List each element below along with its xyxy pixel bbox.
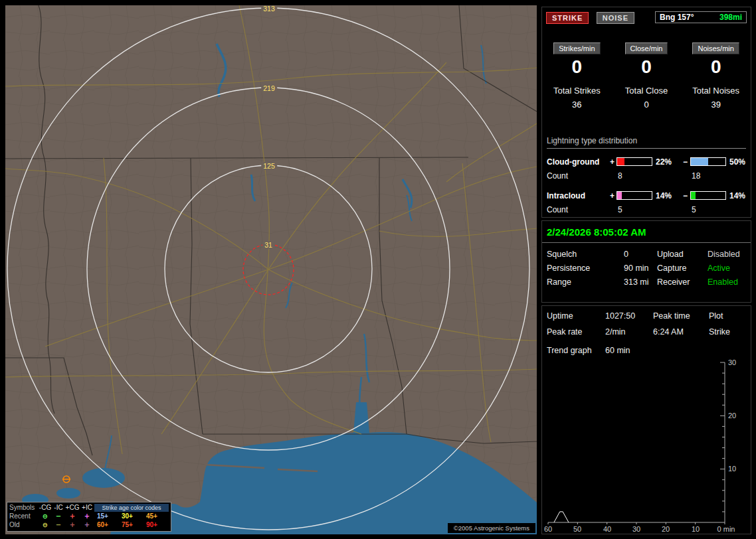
trend-graph-label: Trend graph — [547, 346, 605, 355]
upload-label: Upload — [657, 250, 708, 259]
bearing-range: 398mi — [719, 13, 742, 22]
recent-cg-neg-icon: ⊖ — [39, 512, 52, 520]
legend-symbols-header: Symbols — [9, 504, 39, 511]
bearing-display: Bng 157° 398mi — [655, 11, 747, 23]
legend-type-cg-neg: -CG — [39, 504, 52, 511]
lightning-distribution: Lightning type distribution Cloud-ground… — [547, 136, 746, 222]
total-strikes-label: Total Strikes — [542, 86, 612, 96]
x-tick-30: 30 — [632, 525, 640, 533]
persistence-label: Persistence — [547, 264, 624, 273]
uptime-value: 1027:50 — [605, 311, 653, 321]
ring-label-125: 125 — [261, 162, 277, 170]
legend-old-label: Old — [9, 521, 39, 528]
distribution-title: Lightning type distribution — [547, 136, 746, 149]
cg-minus-pct: 50% — [726, 157, 751, 167]
cg-plus-sign: + — [608, 157, 616, 167]
ic-minus-count: 5 — [690, 205, 726, 214]
total-noises-label: Total Noises — [681, 86, 751, 96]
y-tick-30: 30 — [728, 358, 736, 366]
legend-type-cg-pos: +CG — [65, 504, 80, 511]
map-canvas[interactable]: 313 219 125 31 Symbols -CG -IC +CG +IC S… — [5, 5, 537, 534]
peak-time-value: 6:24 AM — [653, 327, 709, 337]
x-tick-0: 0 min — [717, 525, 735, 533]
y-tick-10: 10 — [728, 465, 736, 473]
age-45: 45+ — [143, 512, 168, 520]
noises-per-min-button[interactable]: Noises/min — [692, 42, 739, 54]
plot-value: Strike — [709, 327, 746, 337]
total-strikes-value: 36 — [542, 100, 612, 110]
age-15: 15+ — [94, 512, 119, 520]
upload-value: Disabled — [708, 250, 746, 259]
noise-toggle-button[interactable]: NOISE — [597, 12, 634, 24]
recent-ic-neg-icon: − — [52, 512, 65, 520]
copyright-text: ©2005 Astrogenic Systems — [448, 523, 535, 533]
app-window: 313 219 125 31 Symbols -CG -IC +CG +IC S… — [0, 0, 756, 539]
strikes-per-min-value: 0 — [542, 57, 612, 77]
legend-type-ic-neg: -IC — [52, 504, 65, 511]
receiver-value: Enabled — [708, 277, 746, 287]
settings-grid: Squelch 0 Upload Disabled Persistence 90… — [542, 243, 751, 293]
ic-plus-count: 5 — [616, 205, 652, 214]
ic-plus-sign: + — [608, 191, 616, 200]
ic-plus-pct: 14% — [652, 191, 680, 200]
legend-type-ic-pos: +IC — [80, 504, 94, 511]
age-30: 30+ — [119, 512, 143, 520]
cg-minus-bar — [690, 157, 726, 166]
total-noises-value: 39 — [681, 100, 751, 110]
age-60: 60+ — [94, 521, 119, 528]
bearing-label: Bng 157° — [660, 13, 694, 22]
status-panel: 2/24/2026 8:05:02 AM Squelch 0 Upload Di… — [541, 220, 751, 303]
recent-cg-pos-icon: + — [65, 512, 80, 520]
ic-minus-pct: 14% — [726, 191, 751, 200]
old-cg-neg-icon: ⊖ — [39, 521, 52, 528]
x-tick-60: 60 — [544, 525, 552, 533]
ring-label-219: 219 — [261, 84, 277, 92]
ic-minus-sign: − — [680, 191, 690, 200]
x-tick-50: 50 — [573, 525, 581, 533]
clock: 2/24/2026 8:05:02 AM — [542, 221, 751, 243]
x-tick-10: 10 — [692, 525, 700, 533]
ic-minus-bar — [690, 191, 726, 200]
legend-recent-label: Recent — [9, 512, 39, 520]
cg-count-label: Count — [547, 171, 608, 181]
total-close-value: 0 — [612, 100, 682, 110]
peak-rate-label: Peak rate — [547, 327, 605, 337]
cg-plus-bar — [616, 157, 652, 166]
peak-time-label: Peak time — [653, 311, 709, 321]
range-label: Range — [547, 277, 624, 287]
ic-plus-bar — [616, 191, 652, 200]
y-tick-20: 20 — [728, 412, 736, 420]
old-cg-pos-icon: + — [65, 521, 80, 528]
age-75: 75+ — [119, 521, 143, 528]
close-per-min-button[interactable]: Close/min — [625, 42, 668, 54]
old-ic-neg-icon: − — [52, 521, 65, 528]
cloud-ground-label: Cloud-ground — [547, 157, 608, 167]
trend-stats: Uptime 1027:50 Peak time Plot Peak rate … — [542, 306, 751, 337]
ring-label-313: 313 — [261, 5, 277, 13]
x-tick-20: 20 — [662, 525, 670, 533]
capture-label: Capture — [657, 264, 708, 273]
receiver-label: Receiver — [657, 277, 708, 287]
legend-age-header: Strike age color codes — [94, 504, 169, 512]
persistence-value: 90 min — [624, 264, 657, 273]
trend-graph-plot — [542, 358, 751, 525]
age-90: 90+ — [143, 521, 168, 528]
strikes-per-min-button[interactable]: Strikes/min — [553, 42, 600, 54]
noises-per-min-value: 0 — [681, 57, 751, 77]
uptime-label: Uptime — [547, 311, 605, 321]
plot-label: Plot — [709, 311, 746, 321]
ring-label-31: 31 — [262, 241, 274, 249]
rate-columns: Strikes/min 0 Total Strikes 36 Close/min… — [542, 42, 751, 110]
cg-plus-count: 8 — [616, 171, 652, 181]
recent-ic-pos-icon: + — [80, 512, 94, 520]
strike-toggle-button[interactable]: STRIKE — [546, 12, 589, 24]
strike-stats-panel: STRIKE NOISE Bng 157° 398mi Strikes/min … — [541, 7, 751, 218]
cg-minus-sign: − — [680, 157, 690, 167]
trend-window-value: 60 min — [605, 346, 746, 355]
cg-minus-count: 18 — [690, 171, 726, 181]
close-per-min-value: 0 — [612, 57, 682, 77]
trend-graph: 30 20 10 60 50 40 30 20 10 0 min — [542, 358, 751, 534]
peak-rate-value: 2/min — [605, 327, 653, 337]
map-legend: Symbols -CG -IC +CG +IC Strike age color… — [7, 502, 171, 532]
cg-plus-pct: 22% — [652, 157, 680, 167]
